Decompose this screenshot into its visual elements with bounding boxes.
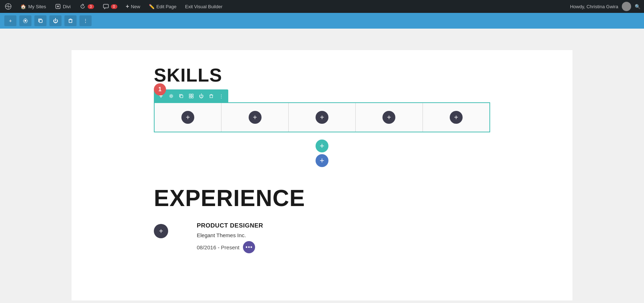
add-section-wrapper: +: [72, 154, 572, 167]
add-module-col2-button[interactable]: +: [249, 111, 262, 124]
svg-rect-8: [191, 94, 193, 96]
row-column-4: +: [356, 103, 423, 132]
toolbar-delete-button[interactable]: [64, 15, 77, 26]
wp-logo[interactable]: [4, 3, 13, 10]
svg-rect-7: [189, 94, 191, 96]
svg-rect-2: [103, 4, 108, 8]
skills-heading: SKILLS: [72, 57, 572, 89]
avatar: [622, 2, 631, 11]
exp-title: PRODUCT DESIGNER: [197, 222, 490, 229]
my-sites-item[interactable]: 🏠 My Sites: [19, 3, 48, 10]
add-module-col1-button[interactable]: +: [181, 111, 194, 124]
row-column-2: +: [221, 103, 288, 132]
exp-content: PRODUCT DESIGNER Elegant Themes Inc. 08/…: [197, 222, 490, 253]
row-column-5: +: [423, 103, 489, 132]
row-settings-button[interactable]: [167, 92, 175, 100]
exp-left: +: [154, 222, 168, 238]
svg-rect-4: [39, 20, 42, 23]
edit-page-label: Edit Page: [156, 4, 176, 9]
exp-company: Elegant Themes Inc.: [197, 232, 490, 238]
plus-icon: +: [126, 3, 129, 10]
comments-item[interactable]: 0: [101, 3, 119, 10]
toolbar-settings-button[interactable]: [19, 15, 31, 26]
exit-builder-item[interactable]: Exit Visual Builder: [184, 4, 224, 9]
page-content: SKILLS 1 +: [72, 50, 572, 300]
toolbar-more-button[interactable]: ⋮: [79, 15, 92, 26]
admin-bar-right: Howdy, Christina Gwira 🔍: [570, 2, 640, 11]
skills-section: SKILLS 1 +: [72, 57, 572, 167]
svg-point-3: [25, 20, 26, 22]
svg-rect-6: [180, 95, 182, 97]
admin-search-icon[interactable]: 🔍: [635, 4, 640, 9]
comment-icon: [103, 3, 109, 10]
add-row-button[interactable]: +: [316, 140, 328, 152]
new-label: New: [131, 4, 140, 9]
add-section-button[interactable]: +: [316, 154, 328, 167]
experience-heading: EXPERIENCE: [72, 178, 572, 215]
dots-label: •••: [245, 244, 253, 250]
edit-page-item[interactable]: ✏️ Edit Page: [147, 4, 178, 9]
admin-bar: 🏠 My Sites Divi 3: [0, 0, 644, 13]
add-module-col5-button[interactable]: +: [450, 111, 463, 124]
pencil-icon: ✏️: [149, 4, 155, 9]
divi-item[interactable]: Divi: [53, 3, 72, 10]
row-column-1: +: [155, 103, 221, 132]
updates-item[interactable]: 3: [78, 3, 96, 10]
my-sites-label: My Sites: [28, 4, 46, 9]
exp-dates: 08/2016 - Present: [197, 244, 239, 250]
toolbar-clone-button[interactable]: [34, 15, 47, 26]
add-row-wrapper: +: [72, 140, 572, 152]
exit-builder-label: Exit Visual Builder: [185, 4, 223, 9]
row-delete-button[interactable]: [207, 92, 215, 100]
add-module-col4-button[interactable]: +: [382, 111, 395, 124]
toolbar-disable-button[interactable]: ⏻: [49, 15, 62, 26]
row-badge: 1: [154, 83, 166, 96]
row-badge-wrapper: 1 +: [72, 89, 572, 102]
add-module-col3-button[interactable]: +: [316, 111, 328, 124]
toolbar-add-button[interactable]: +: [4, 15, 16, 26]
exp-dots-button[interactable]: •••: [243, 241, 255, 253]
row-clone-button[interactable]: [177, 92, 185, 100]
row-more-button[interactable]: ⋮: [217, 92, 225, 100]
exp-add-button[interactable]: +: [154, 224, 168, 238]
divi-icon: [55, 3, 61, 10]
svg-rect-9: [189, 96, 191, 98]
home-icon: 🏠: [20, 3, 26, 10]
updates-count: 3: [88, 4, 94, 9]
howdy-text: Howdy, Christina Gwira: [570, 4, 618, 9]
row-grid-button[interactable]: [187, 92, 195, 100]
comments-count: 0: [111, 4, 117, 9]
svg-point-5: [170, 95, 172, 97]
experience-section: EXPERIENCE + PRODUCT DESIGNER Elegant Th…: [72, 178, 572, 260]
new-item[interactable]: + New: [125, 3, 142, 10]
svg-rect-10: [191, 96, 193, 98]
row-power-button[interactable]: ⏻: [197, 92, 205, 100]
main-content: SKILLS 1 +: [0, 29, 644, 303]
exp-dates-row: 08/2016 - Present •••: [197, 241, 490, 253]
refresh-icon: [79, 3, 86, 10]
row-column-3: +: [289, 103, 356, 132]
row-columns-container: + + + + +: [154, 102, 490, 132]
experience-item-area: + PRODUCT DESIGNER Elegant Themes Inc. 0…: [72, 215, 572, 260]
wordpress-icon: [5, 3, 11, 10]
builder-toolbar: + ⏻ ⋮: [0, 13, 644, 29]
divi-label: Divi: [63, 4, 71, 9]
